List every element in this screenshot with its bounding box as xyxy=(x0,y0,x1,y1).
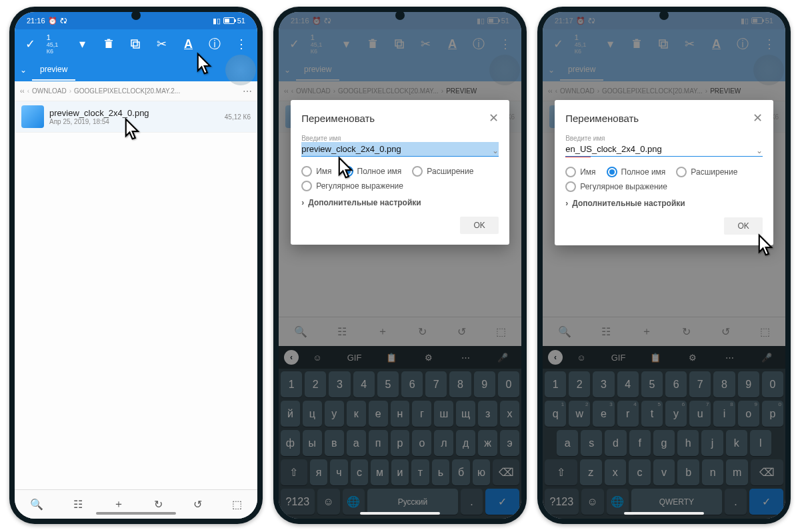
chevron-down-icon[interactable]: ⌄ xyxy=(492,146,499,155)
phone-1: 21:16⏰🗘 ▮▯51 ✓ 145,1 К6 ▾ ✂ A ⓘ ⋮ ⌄ prev… xyxy=(9,7,263,524)
radio-ext[interactable]: Расширение xyxy=(676,167,737,177)
ok-button[interactable]: OK xyxy=(724,217,762,235)
copy-icon[interactable] xyxy=(122,31,149,57)
dialog-overlay xyxy=(543,12,785,519)
battery-pct: 51 xyxy=(237,17,245,25)
action-bar: ✓ 145,1 К6 ▾ ✂ A ⓘ ⋮ xyxy=(15,29,257,59)
ok-button[interactable]: OK xyxy=(460,217,498,234)
bc-more[interactable]: ⋯ xyxy=(243,86,252,97)
input-label: Введите имя xyxy=(565,135,763,142)
watermark xyxy=(225,55,256,85)
delete-icon[interactable] xyxy=(96,31,123,57)
history-icon[interactable]: ↺ xyxy=(193,498,202,511)
breadcrumb: ‹‹‹ OWNLOAD› GOOGLEPIXELCLOCK[20.MAY.2..… xyxy=(15,81,257,101)
view-icon[interactable]: ☷ xyxy=(73,498,83,511)
bc-back[interactable]: ‹‹ xyxy=(20,87,25,95)
signal-icon: ▮▯ xyxy=(213,17,221,25)
close-icon[interactable]: ✕ xyxy=(753,111,763,125)
file-date: Апр 25, 2019, 18:54 xyxy=(49,118,225,125)
dialog-title: Переименовать xyxy=(301,113,375,124)
file-list: preview_clock_2x4_0.pngАпр 25, 2019, 18:… xyxy=(15,101,257,489)
dialog-overlay xyxy=(279,12,521,519)
input-label: Введите имя xyxy=(301,135,499,142)
dialog-title: Переименовать xyxy=(565,113,639,124)
cut-icon[interactable]: ✂ xyxy=(149,31,175,57)
rename-dialog: Переименовать✕ Введите имя ⌄ Имя Полное … xyxy=(291,100,509,245)
additional-settings[interactable]: ›Дополнительные настройки xyxy=(301,198,499,207)
confirm-icon[interactable]: ✓ xyxy=(17,31,44,57)
radio-name[interactable]: Имя xyxy=(301,166,331,177)
rename-input[interactable] xyxy=(565,142,763,157)
radio-regex[interactable]: Регулярное выражение xyxy=(301,181,403,191)
radio-regex[interactable]: Регулярное выражение xyxy=(565,181,667,192)
sel-size: 45,1 К6 xyxy=(47,41,67,55)
additional-settings[interactable]: ›Дополнительные настройки xyxy=(565,199,763,208)
file-thumb xyxy=(21,105,44,128)
rename-icon[interactable]: A xyxy=(175,31,202,57)
tab-row: ⌄ preview xyxy=(15,59,257,81)
radio-name[interactable]: Имя xyxy=(565,167,595,177)
sync-icon: 🗘 xyxy=(60,17,67,25)
chevron-down-icon[interactable]: ⌄ xyxy=(756,146,763,155)
select-icon[interactable]: ⬚ xyxy=(232,498,242,511)
dropdown-icon[interactable]: ▾ xyxy=(69,31,96,57)
svg-rect-0 xyxy=(133,42,139,48)
sel-count: 1 xyxy=(47,33,67,41)
collapse-icon[interactable]: ⌄ xyxy=(20,65,27,75)
rename-input[interactable] xyxy=(301,142,499,157)
radio-ext[interactable]: Расширение xyxy=(412,166,473,177)
file-size: 45,12 К6 xyxy=(225,113,251,121)
bc-2[interactable]: GOOGLEPIXELCLOCK[20.MAY.2... xyxy=(74,87,180,95)
phone-2: 21:16⏰🗘 ▮▯51 ✓145,1 К6▾ ✂Aⓘ⋮ ⌄preview ‹‹… xyxy=(273,7,527,524)
search-icon[interactable]: 🔍 xyxy=(30,498,43,511)
alarm-icon: ⏰ xyxy=(48,17,57,25)
close-icon[interactable]: ✕ xyxy=(489,111,499,125)
tab-preview[interactable]: preview xyxy=(32,59,75,81)
phone-3: 21:17⏰🗘 ▮▯51 ✓145,1 К6▾ ✂Aⓘ⋮ ⌄preview ‹‹… xyxy=(537,7,791,524)
radio-fullname[interactable]: Полное имя xyxy=(607,167,666,177)
svg-rect-1 xyxy=(131,40,137,46)
rename-dialog: Переименовать✕ Введите имя ⌄ Имя Полное … xyxy=(555,100,773,245)
info-icon[interactable]: ⓘ xyxy=(201,31,228,57)
file-name: preview_clock_2x4_0.png xyxy=(49,108,225,118)
file-item[interactable]: preview_clock_2x4_0.pngАпр 25, 2019, 18:… xyxy=(15,101,257,133)
refresh-icon[interactable]: ↻ xyxy=(154,498,163,511)
clock: 21:16 xyxy=(27,17,45,25)
add-icon[interactable]: ＋ xyxy=(113,497,124,511)
battery-icon xyxy=(223,17,235,24)
radio-fullname[interactable]: Полное имя xyxy=(343,166,402,177)
bc-1[interactable]: OWNLOAD xyxy=(32,87,67,95)
overflow-icon[interactable]: ⋮ xyxy=(228,31,255,57)
